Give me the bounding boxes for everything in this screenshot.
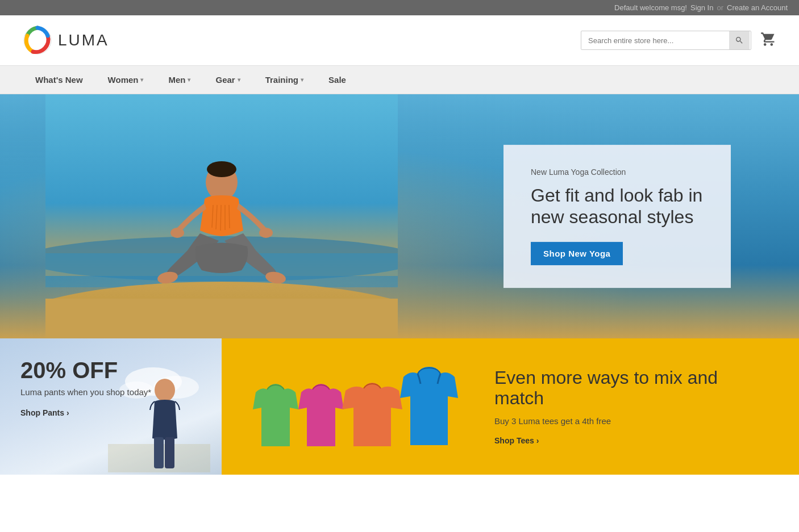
nav-link-women[interactable]: Women ▾ (95, 66, 156, 94)
pink-shirt-icon (296, 378, 347, 452)
svg-rect-23 (154, 437, 164, 468)
search-icon (735, 36, 744, 45)
orange-shirt-icon (341, 378, 403, 452)
hero-banner: New Luma Yoga Collection Get fit and loo… (0, 94, 799, 338)
banner-description: Luma pants when you shop today* (20, 386, 201, 398)
search-box (581, 31, 751, 50)
hero-title: Get fit and look fab in new seasonal sty… (531, 185, 704, 228)
search-input[interactable] (581, 32, 729, 49)
shop-pants-link[interactable]: Shop Pants › (20, 408, 201, 417)
signin-link[interactable]: Sign In (690, 3, 713, 12)
header: LUMA (0, 15, 799, 66)
nav-link-gear[interactable]: Gear ▾ (203, 66, 252, 94)
cart-icon[interactable] (760, 31, 776, 49)
logo-icon (23, 26, 52, 55)
nav-item-sale: Sale (316, 66, 359, 94)
svg-line-12 (229, 205, 230, 228)
nav-item-training: Training ▾ (253, 66, 316, 94)
header-right (581, 31, 776, 50)
banner-right-text-block: Even more ways to mix and match Buy 3 Lu… (494, 368, 771, 445)
logo-text: LUMA (58, 31, 109, 49)
blue-shirt-icon (398, 361, 460, 452)
nav-item-men: Men ▾ (156, 66, 203, 94)
yoga-person-illustration (45, 94, 398, 338)
create-account-link[interactable]: Create an Account (727, 3, 788, 12)
green-shirt-icon (250, 378, 301, 452)
nav-link-training[interactable]: Training ▾ (253, 66, 316, 94)
banner-left-text: 20% OFF Luma pants when you shop today* … (20, 359, 201, 417)
hero-info-box: New Luma Yoga Collection Get fit and loo… (503, 145, 731, 288)
gear-dropdown-arrow: ▾ (238, 77, 240, 83)
shop-tees-link[interactable]: Shop Tees › (494, 436, 771, 445)
welcome-message: Default welcome msg! (614, 3, 687, 12)
nav-link-whats-new[interactable]: What's New (23, 66, 95, 94)
separator: or (717, 3, 723, 12)
svg-line-10 (220, 205, 221, 231)
banner-pants: 20% OFF Luma pants when you shop today* … (0, 338, 222, 475)
banner-right-subtitle: Buy 3 Luma tees get a 4th free (494, 415, 771, 427)
nav-item-gear: Gear ▾ (203, 66, 252, 94)
nav-item-women: Women ▾ (95, 66, 156, 94)
main-nav: What's New Women ▾ Men ▾ Gear ▾ Training (0, 66, 799, 94)
women-dropdown-arrow: ▾ (140, 77, 143, 83)
men-dropdown-arrow: ▾ (188, 77, 190, 83)
svg-point-14 (259, 228, 273, 238)
svg-rect-5 (45, 299, 398, 338)
tees-illustration (250, 361, 460, 452)
training-dropdown-arrow: ▾ (301, 77, 303, 83)
banner-tees: Even more ways to mix and match Buy 3 Lu… (222, 338, 799, 475)
search-button[interactable] (729, 31, 750, 49)
top-bar: Default welcome msg! Sign In or Create a… (0, 0, 799, 15)
logo[interactable]: LUMA (23, 26, 109, 55)
nav-link-men[interactable]: Men ▾ (156, 66, 203, 94)
bottom-banners: 20% OFF Luma pants when you shop today* … (0, 338, 799, 475)
nav-list: What's New Women ▾ Men ▾ Gear ▾ Training (23, 66, 776, 94)
nav-link-sale[interactable]: Sale (316, 66, 359, 94)
nav-item-whats-new: What's New (23, 66, 95, 94)
shopping-cart-icon (760, 31, 776, 47)
svg-rect-24 (165, 437, 174, 468)
svg-point-13 (170, 228, 184, 238)
svg-point-7 (207, 161, 236, 177)
shop-new-yoga-button[interactable]: Shop New Yoga (531, 242, 623, 265)
hero-subtitle: New Luma Yoga Collection (531, 167, 704, 177)
banner-discount: 20% OFF (20, 359, 201, 382)
banner-right-title: Even more ways to mix and match (494, 368, 771, 408)
